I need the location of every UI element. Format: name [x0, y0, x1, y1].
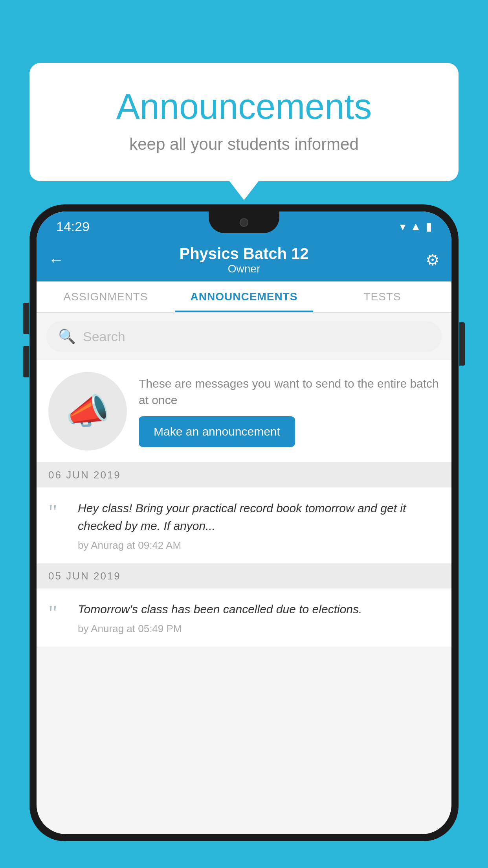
speech-bubble-section: Announcements keep all your students inf…	[29, 63, 459, 181]
status-icons: ▾ ▲ ▮	[400, 220, 432, 233]
battery-icon: ▮	[426, 220, 432, 233]
promo-description: These are messages you want to send to t…	[139, 375, 440, 408]
volume-down-button	[23, 346, 29, 377]
announcement-text-2: Tomorrow's class has been cancelled due …	[78, 600, 440, 618]
tabs-container: ASSIGNMENTS ANNOUNCEMENTS TESTS	[37, 281, 451, 313]
announcement-item[interactable]: " Hey class! Bring your practical record…	[37, 487, 451, 564]
date-separator-june6: 06 JUN 2019	[37, 463, 451, 487]
announcement-content-2: Tomorrow's class has been cancelled due …	[78, 600, 440, 635]
announcement-content: Hey class! Bring your practical record b…	[78, 499, 440, 552]
make-announcement-button[interactable]: Make an announcement	[139, 416, 295, 447]
tab-assignments[interactable]: ASSIGNMENTS	[37, 281, 175, 312]
quote-icon-2: "	[48, 600, 68, 635]
announcement-text: Hey class! Bring your practical record b…	[78, 499, 440, 535]
speech-bubble: Announcements keep all your students inf…	[29, 63, 459, 181]
signal-icon: ▲	[410, 220, 421, 233]
header-subtitle: Owner	[72, 263, 416, 275]
promo-icon-circle: 📣	[48, 372, 127, 451]
phone-outer: 14:29 ▾ ▲ ▮ ← Physics Batch 12 Owner ⚙	[29, 204, 459, 841]
phone-screen: 14:29 ▾ ▲ ▮ ← Physics Batch 12 Owner ⚙	[37, 211, 451, 834]
announcement-meta-2: by Anurag at 05:49 PM	[78, 623, 440, 635]
date-separator-june5: 05 JUN 2019	[37, 564, 451, 588]
header-title: Physics Batch 12	[72, 245, 416, 263]
search-bar[interactable]: 🔍 Search	[46, 321, 442, 352]
phone-notch	[209, 211, 279, 233]
quote-icon: "	[48, 499, 68, 552]
header-center: Physics Batch 12 Owner	[72, 245, 416, 275]
announcement-item-2[interactable]: " Tomorrow's class has been cancelled du…	[37, 588, 451, 647]
search-icon: 🔍	[58, 328, 76, 345]
front-camera	[240, 218, 248, 227]
promo-section: 📣 These are messages you want to send to…	[37, 360, 451, 463]
volume-up-button	[23, 303, 29, 334]
announcement-meta: by Anurag at 09:42 AM	[78, 539, 440, 552]
app-header: ← Physics Batch 12 Owner ⚙	[37, 238, 451, 281]
search-placeholder: Search	[83, 329, 125, 344]
power-button	[459, 322, 465, 366]
megaphone-icon: 📣	[66, 391, 110, 432]
bubble-subtitle: keep all your students informed	[61, 135, 427, 154]
wifi-icon: ▾	[400, 220, 405, 233]
tab-announcements[interactable]: ANNOUNCEMENTS	[175, 281, 313, 312]
bubble-title: Announcements	[61, 86, 427, 127]
back-button[interactable]: ←	[48, 251, 72, 269]
status-time: 14:29	[56, 219, 90, 234]
tab-tests[interactable]: TESTS	[313, 281, 451, 312]
promo-content: These are messages you want to send to t…	[139, 375, 440, 447]
phone-mockup: 14:29 ▾ ▲ ▮ ← Physics Batch 12 Owner ⚙	[29, 204, 459, 868]
settings-icon[interactable]: ⚙	[416, 251, 440, 269]
